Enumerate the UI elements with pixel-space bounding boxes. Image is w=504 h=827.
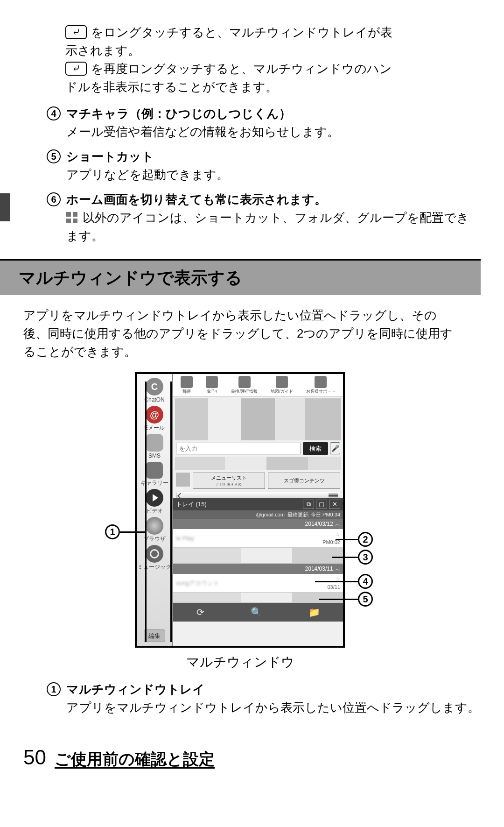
date-group-row: 2014/03/12 ︿	[173, 519, 343, 529]
mail-bottom-bar: ⟳ 🔍 📁	[173, 603, 343, 622]
intro-text: をロングタッチすると、マルチウィンドウトレイが表	[91, 25, 392, 39]
item-number-icon: 4	[47, 106, 61, 120]
top-shortcut-label: 郵便	[182, 389, 191, 395]
apps-grid-icon	[66, 212, 77, 223]
tray-label: ChatON	[144, 396, 164, 404]
tray-label: ブラウザ	[143, 535, 166, 543]
item-title: マチキャラ（例：ひつじのしつじくん）	[66, 105, 481, 123]
item-number-icon: 6	[47, 192, 61, 206]
refresh-icon[interactable]: ⟳	[196, 605, 204, 619]
intro-block: ⤶ をロングタッチすると、マルチウィンドウトレイが表 示されます。 ⤶ を再度ロ…	[23, 23, 481, 96]
multiwindow-tray: CChatON @Eメール SMS ギャラリー ビデオ ブラウザ ミュージック …	[137, 374, 173, 646]
item-title: ホーム画面を切り替えても常に表示されます。	[66, 191, 481, 209]
callout-number-icon: 4	[358, 574, 373, 589]
maximize-icon[interactable]: ▢	[316, 500, 327, 509]
list-item: 5 ショートカット アプリなどを起動できます。	[23, 148, 481, 184]
main-pane: 郵便 電子ﾏ 乗換/運行情報 地図/ガイド お客様サポート 検索 🎤 メニューリ…	[173, 374, 343, 646]
intro-text: ドルを非表示にすることができます。	[65, 78, 481, 96]
tray-label: SMS	[148, 452, 161, 460]
top-shortcut-icon	[181, 376, 193, 388]
callout-number-icon: 3	[358, 550, 373, 565]
top-shortcut-label: 地図/ガイド	[271, 389, 293, 395]
sugotoku-button[interactable]: スゴ得コンテンツ	[268, 473, 340, 489]
item-number-icon: 5	[47, 149, 61, 163]
mail-row[interactable]: le Play ☆PM0:02	[173, 529, 343, 548]
mail-row-blurred	[173, 548, 343, 564]
search-icon[interactable]: 🔍	[251, 605, 262, 619]
tray-label: ビデオ	[146, 507, 163, 515]
video-icon	[146, 489, 163, 507]
item-description: 以外のアイコンは、ショートカット、フォルダ、グループを配置できます。	[66, 209, 481, 245]
tray-label: ミュージック	[138, 563, 171, 571]
list-item: 4 マチキャラ（例：ひつじのしつじくん） メール受信や着信などの情報をお知らせし…	[23, 105, 481, 141]
footer-section-title: ご使用前の確認と設定	[55, 747, 215, 771]
mail-row[interactable]: sungアカウント ☆03/11	[173, 574, 343, 593]
intro-text: 示されます。	[65, 42, 481, 60]
mail-row-blurred	[173, 593, 343, 603]
top-shortcut-label: 電子ﾏ	[207, 389, 217, 395]
close-icon[interactable]: ✕	[329, 500, 340, 509]
folder-icon[interactable]: 📁	[308, 605, 320, 619]
mic-icon[interactable]: 🎤	[330, 442, 340, 454]
item-description: アプリをマルチウィンドウトレイから表示したい位置へドラッグします。	[66, 699, 481, 717]
window-divider-handle[interactable]	[176, 492, 340, 498]
top-shortcut-icon	[315, 376, 327, 388]
email-icon: @	[146, 406, 163, 424]
top-shortcut-icon	[206, 376, 218, 388]
callout-number-icon: 5	[358, 592, 373, 607]
top-shortcut-label: お客様サポート	[306, 389, 336, 395]
tray-edit-button[interactable]: 編集	[144, 629, 165, 643]
item-title: マルチウィンドウトレイ	[66, 680, 481, 699]
back-key-icon: ⤶	[65, 62, 87, 76]
top-shortcut-icon	[238, 376, 251, 388]
page-footer: 50 ご使用前の確認と設定	[0, 723, 481, 773]
callout-number-icon: 1	[105, 524, 120, 539]
browser-icon	[146, 517, 163, 535]
tray-label: ギャラリー	[140, 479, 168, 487]
star-icon[interactable]: ☆	[336, 575, 340, 583]
updated-label: 最終更新: 今日 PM0:34	[287, 512, 340, 517]
item-title: ショートカット	[66, 148, 481, 166]
item-description: アプリなどを起動できます。	[66, 166, 481, 184]
list-item: 1 マルチウィンドウトレイ アプリをマルチウィンドウトレイから表示したい位置へド…	[23, 680, 481, 717]
blurred-content	[175, 457, 341, 470]
item-description: メール受信や着信などの情報をお知らせします。	[66, 123, 481, 141]
thumb-tab-icon	[0, 193, 10, 221]
blurred-content	[175, 398, 341, 440]
search-input[interactable]	[176, 443, 301, 454]
intro-text: を再度ロングタッチすると、マルチウィンドウのハン	[91, 62, 392, 76]
list-item: 6 ホーム画面を切り替えても常に表示されます。 以外のアイコンは、ショートカット…	[23, 191, 481, 245]
page-number: 50	[23, 742, 46, 773]
small-thumb	[176, 473, 190, 487]
tray-label: Eメール	[144, 424, 165, 432]
account-label: @gmail.com	[256, 512, 285, 517]
chaton-icon: C	[146, 378, 163, 396]
numbered-list-bottom: 1 マルチウィンドウトレイ アプリをマルチウィンドウトレイから表示したい位置へド…	[23, 680, 481, 717]
section-intro: アプリをマルチウィンドウトレイから表示したい位置へドラッグし、その後、同時に使用…	[0, 306, 481, 361]
date-group-row: 2014/03/11 ︿	[173, 564, 343, 574]
gallery-icon	[146, 462, 163, 479]
sms-icon	[146, 434, 163, 452]
callout-number-icon: 2	[358, 532, 373, 547]
figure-caption: マルチウィンドウ	[0, 652, 481, 672]
top-shortcut-icon	[276, 376, 288, 388]
search-button[interactable]: 検索	[303, 442, 328, 455]
star-icon[interactable]: ☆	[336, 530, 340, 538]
back-key-icon: ⤶	[65, 25, 87, 39]
menu-list-button[interactable]: メニューリストｼﾞｬﾝﾙ おすすめ	[193, 473, 265, 489]
layout-switch-icon[interactable]: ⧉	[303, 500, 314, 509]
figure-multiwindow: CChatON @Eメール SMS ギャラリー ビデオ ブラウザ ミュージック …	[72, 372, 408, 648]
numbered-list-top: 4 マチキャラ（例：ひつじのしつじくん） メール受信や着信などの情報をお知らせし…	[23, 105, 481, 245]
top-shortcut-label: 乗換/運行情報	[231, 389, 258, 395]
section-heading: マルチウィンドウで表示する	[0, 259, 481, 295]
mail-window-header: トレイ (15) ⧉ ▢ ✕	[173, 498, 343, 510]
item-number-icon: 1	[47, 682, 61, 696]
music-icon	[146, 545, 163, 563]
